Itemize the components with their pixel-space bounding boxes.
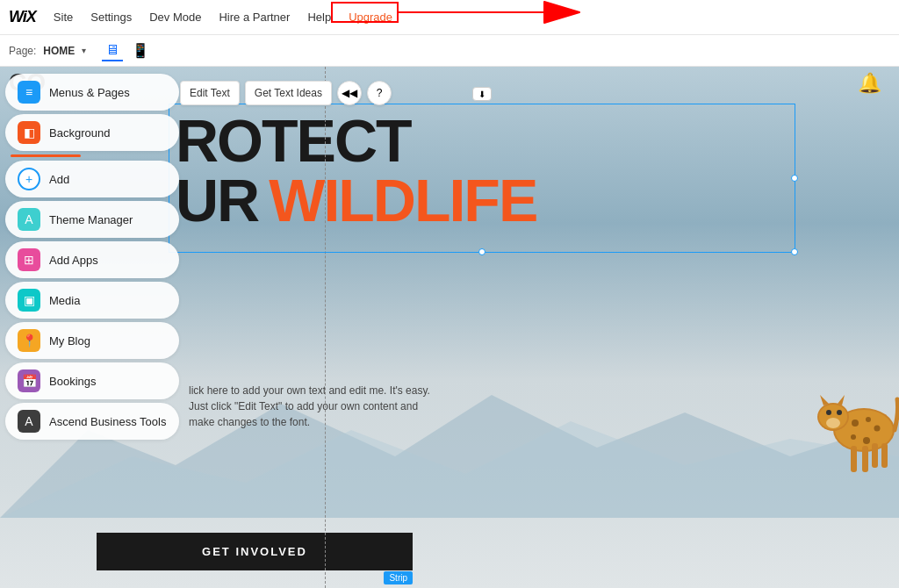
sidebar-item-add[interactable]: + Add xyxy=(5,161,179,197)
svg-rect-18 xyxy=(872,443,878,468)
theme-manager-icon: A xyxy=(18,208,40,231)
cheetah-image xyxy=(785,342,899,518)
sidebar-label-background: Background xyxy=(49,126,110,140)
add-icon: + xyxy=(18,168,40,190)
get-text-ideas-button[interactable]: Get Text Ideas xyxy=(245,81,332,105)
selection-box: ⬇ xyxy=(169,104,795,253)
nav-site[interactable]: Site xyxy=(54,9,73,25)
subtext-block[interactable]: lick here to add your own text and edit … xyxy=(189,383,435,430)
ascend-icon: A xyxy=(18,410,40,433)
sidebar-item-my-blog[interactable]: 📍 My Blog xyxy=(5,322,179,359)
notification-bell-icon[interactable]: 🔔 xyxy=(858,72,881,95)
nav-settings[interactable]: Settings xyxy=(90,9,132,25)
background-icon: ◧ xyxy=(18,121,40,144)
edit-text-button[interactable]: Edit Text xyxy=(180,81,240,105)
menus-pages-icon: ≡ xyxy=(18,81,40,104)
sidebar-label-ascend: Ascend Business Tools xyxy=(49,415,166,428)
resize-handle-rm[interactable] xyxy=(791,175,798,182)
resize-handle-bm[interactable] xyxy=(478,248,485,255)
resize-handle-br[interactable] xyxy=(791,248,798,255)
sidebar-label-my-blog: My Blog xyxy=(49,334,90,348)
back-icon[interactable]: ◀◀ xyxy=(337,81,362,105)
sidebar-label-theme-manager: Theme Manager xyxy=(49,213,133,226)
svg-point-12 xyxy=(826,410,831,415)
sidebar-label-add: Add xyxy=(49,173,69,186)
add-apps-icon: ⊞ xyxy=(18,248,40,271)
svg-rect-16 xyxy=(851,446,857,472)
sidebar-item-background[interactable]: ◧ Background xyxy=(5,114,179,151)
sidebar: ≡ Menus & Pages ◧ Background + Add A The… xyxy=(0,67,184,447)
device-icons: 🖥 📱 xyxy=(102,40,153,61)
sidebar-item-ascend[interactable]: A Ascend Business Tools xyxy=(5,403,179,440)
page-bar: Page: HOME ▾ 🖥 📱 xyxy=(0,35,899,67)
background-active-indicator xyxy=(11,154,81,157)
my-blog-icon: 📍 xyxy=(18,329,40,352)
main-area: CO Edit Text Get Text Ideas ◀◀ ? ⬇ ROTEC… xyxy=(0,67,899,588)
sidebar-label-add-apps: Add Apps xyxy=(49,254,98,267)
sidebar-label-media: Media xyxy=(49,294,80,307)
svg-marker-15 xyxy=(838,395,845,405)
page-chevron-icon[interactable]: ▾ xyxy=(82,46,86,55)
sidebar-label-menus-pages: Menus & Pages xyxy=(49,86,130,99)
svg-rect-19 xyxy=(881,443,888,468)
nav-help[interactable]: Help xyxy=(307,9,331,25)
media-icon: ▣ xyxy=(18,289,40,312)
sidebar-item-menus-pages[interactable]: ≡ Menus & Pages xyxy=(5,74,179,111)
sidebar-item-theme-manager[interactable]: A Theme Manager xyxy=(5,201,179,238)
nav-upgrade[interactable]: Upgrade xyxy=(349,11,392,24)
top-navigation: WiX Site Settings Dev Mode Hire a Partne… xyxy=(0,0,899,35)
nav-hire-partner[interactable]: Hire a Partner xyxy=(219,9,290,25)
edit-toolbar: Edit Text Get Text Ideas ◀◀ ? xyxy=(180,81,392,105)
svg-point-8 xyxy=(851,434,856,440)
page-label: Page: xyxy=(9,45,36,57)
svg-point-6 xyxy=(866,417,871,422)
pin-handle[interactable]: ⬇ xyxy=(472,87,492,101)
svg-point-13 xyxy=(837,410,842,415)
desktop-icon[interactable]: 🖥 xyxy=(102,40,123,61)
wix-logo: WiX xyxy=(9,8,36,26)
sidebar-item-bookings[interactable]: 📅 Bookings xyxy=(5,362,179,399)
page-name: HOME xyxy=(43,45,75,57)
sidebar-item-media[interactable]: ▣ Media xyxy=(5,282,179,319)
sidebar-label-bookings: Bookings xyxy=(49,375,96,388)
sidebar-item-add-apps[interactable]: ⊞ Add Apps xyxy=(5,241,179,278)
get-involved-button[interactable]: GET INVOLVED xyxy=(97,533,413,570)
svg-point-9 xyxy=(863,437,870,444)
help-icon[interactable]: ? xyxy=(367,81,392,105)
bookings-icon: 📅 xyxy=(18,369,40,392)
svg-marker-14 xyxy=(820,395,829,405)
strip-label[interactable]: Strip xyxy=(384,571,413,584)
mobile-icon[interactable]: 📱 xyxy=(128,40,153,61)
svg-rect-17 xyxy=(862,446,868,472)
svg-point-5 xyxy=(852,419,859,427)
svg-point-7 xyxy=(874,426,881,432)
get-involved-section: GET INVOLVED Strip xyxy=(97,533,413,570)
nav-dev-mode[interactable]: Dev Mode xyxy=(149,9,201,25)
svg-point-20 xyxy=(826,418,840,428)
